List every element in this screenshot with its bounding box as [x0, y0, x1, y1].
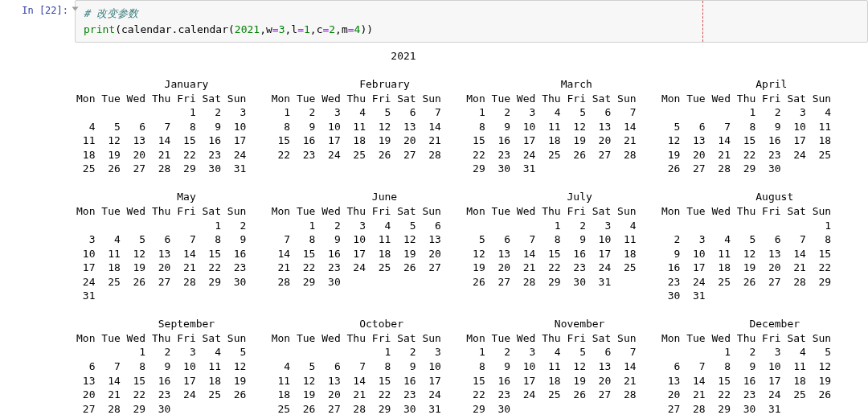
tok-eq4: =: [348, 23, 354, 35]
tok-eq2: =: [297, 23, 304, 35]
tok-open: (: [115, 23, 121, 35]
code-line-1: # 改变参数: [84, 6, 859, 22]
tok-year: 2021: [235, 23, 260, 35]
code-comment: # 改变参数: [84, 7, 138, 19]
ruler-line: [702, 1, 703, 42]
tok-sep4: ,: [335, 23, 342, 35]
notebook: In [22]: # 改变参数 print(calendar.calendar(…: [0, 0, 868, 419]
code-input-area[interactable]: # 改变参数 print(calendar.calendar(2021,w=3,…: [75, 0, 868, 43]
tok-eq1: =: [272, 23, 279, 35]
cell-prompt: In [22]:: [0, 0, 75, 16]
tok-funcpath: calendar.calendar(: [121, 23, 235, 35]
tok-sep3: ,: [310, 23, 317, 35]
tok-print: print: [84, 23, 115, 35]
tok-kw-w: w: [266, 23, 272, 35]
cell-output: 2021 January February March April Mon Tu…: [68, 43, 868, 419]
tok-close: )): [360, 23, 373, 35]
code-line-3: print(calendar.calendar(2021,w=3,l=1,c=2…: [84, 22, 859, 38]
tok-kw-l: l: [291, 23, 297, 35]
tok-val-c: 2: [329, 23, 335, 35]
tok-sep1: ,: [260, 23, 266, 35]
input-cell: In [22]: # 改变参数 print(calendar.calendar(…: [0, 0, 868, 43]
tok-kw-m: m: [342, 23, 348, 35]
fold-arrow-icon[interactable]: [72, 7, 79, 11]
tok-val-l: 1: [304, 23, 310, 35]
